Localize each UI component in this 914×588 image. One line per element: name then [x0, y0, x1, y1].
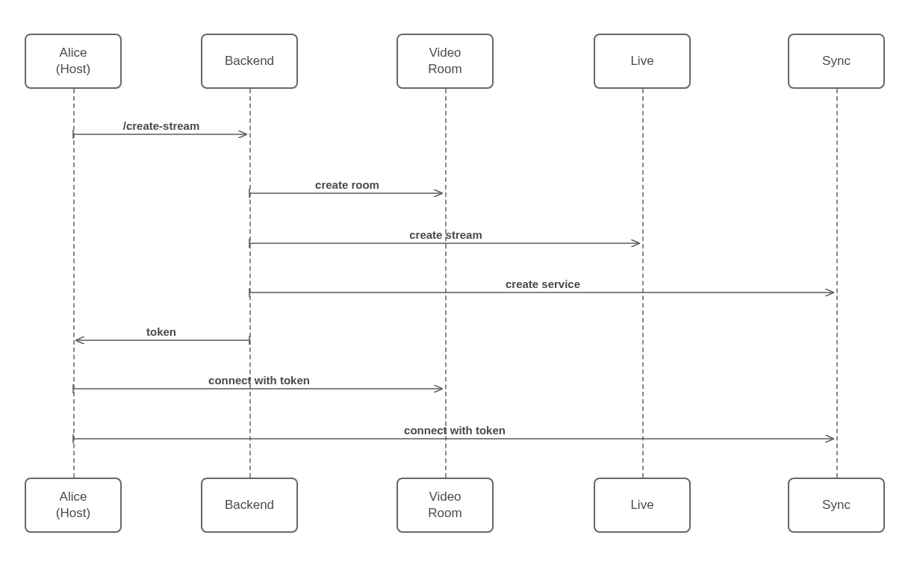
message-label-create-service: create service: [506, 278, 580, 290]
lifeline-live: [642, 89, 644, 478]
lifeline-alice: [73, 89, 75, 478]
participant-box-live-bottom: Live: [594, 478, 691, 533]
participant-box-videoroom-top: Video Room: [397, 34, 494, 89]
participant-box-sync-bottom: Sync: [788, 478, 885, 533]
sequence-diagram: Alice (Host) Backend Video Room Live Syn…: [0, 0, 914, 588]
participant-box-backend-bottom: Backend: [201, 478, 298, 533]
participant-box-videoroom-bottom: Video Room: [397, 478, 494, 533]
message-label-create-stream-endpoint: /create-stream: [123, 119, 200, 132]
message-label-connect-token-sync: connect with token: [404, 424, 506, 437]
participant-box-backend-top: Backend: [201, 34, 298, 89]
participant-box-live-top: Live: [594, 34, 691, 89]
message-label-create-room: create room: [315, 178, 379, 191]
participant-box-sync-top: Sync: [788, 34, 885, 89]
message-label-token: token: [146, 325, 176, 338]
message-label-create-stream: create stream: [409, 228, 482, 241]
participant-box-alice-top: Alice (Host): [25, 34, 122, 89]
lifeline-videoroom: [445, 89, 447, 478]
message-label-connect-token-videoroom: connect with token: [208, 374, 310, 387]
lifeline-backend: [249, 89, 251, 478]
participant-box-alice-bottom: Alice (Host): [25, 478, 122, 533]
lifeline-sync: [836, 89, 838, 478]
